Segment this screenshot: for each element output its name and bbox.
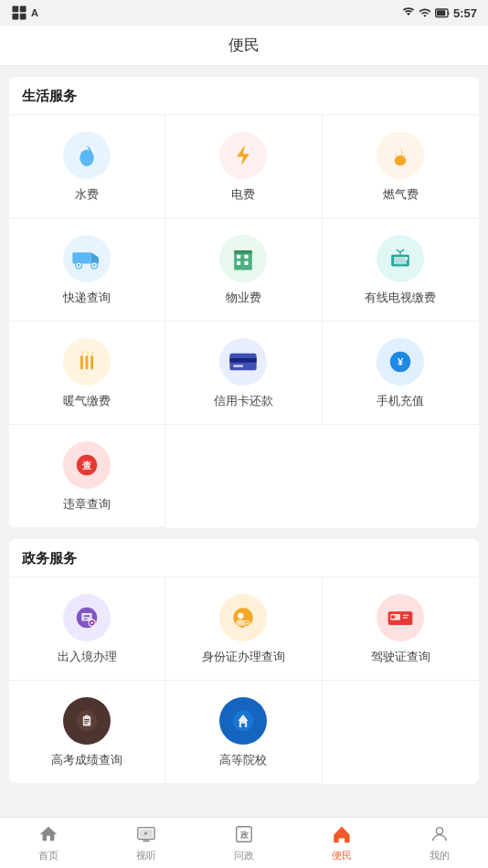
mobile-recharge-item[interactable]: ¥ 手机充值: [323, 322, 479, 425]
express-item[interactable]: 快递查询: [9, 218, 165, 322]
gas-icon-bg: [377, 132, 424, 179]
svg-rect-31: [230, 358, 257, 363]
cable-tv-label: 有线电视缴费: [365, 290, 436, 306]
svg-rect-27: [80, 355, 83, 369]
status-bar: A 5:57: [0, 0, 488, 26]
electricity-item[interactable]: 电费: [165, 115, 322, 218]
svg-rect-67: [143, 840, 150, 842]
life-services-card: 生活服务 水费 电费: [9, 77, 479, 528]
express-label: 快递查询: [63, 290, 111, 306]
gas-label: 燃气费: [383, 186, 419, 203]
svg-point-14: [93, 264, 96, 267]
heating-item[interactable]: 暖气缴费: [9, 322, 165, 425]
top-bar: 便民: [0, 26, 488, 66]
cable-tv-item[interactable]: 有线电视缴费: [323, 218, 479, 322]
svg-rect-40: [84, 619, 88, 619]
nav-mine[interactable]: 我的: [390, 818, 488, 868]
mobile-recharge-label: 手机充值: [377, 393, 424, 409]
svg-rect-28: [86, 355, 89, 369]
svg-rect-54: [403, 617, 408, 618]
violation-icon-bg: 查: [63, 441, 111, 489]
svg-point-6: [80, 150, 93, 166]
id-card-item[interactable]: 身份证办理查询: [165, 577, 322, 681]
gas-item[interactable]: 燃气费: [323, 115, 479, 218]
svg-rect-15: [235, 252, 253, 270]
svg-point-13: [78, 264, 80, 267]
nav-convenience[interactable]: 便民: [292, 818, 390, 868]
border-item[interactable]: 出入境办理: [9, 577, 165, 681]
property-icon-bg: [219, 235, 267, 282]
water-icon-bg: [63, 132, 111, 179]
svg-rect-20: [235, 250, 253, 254]
driving-icon-bg: [377, 594, 424, 641]
electricity-icon-bg: [219, 132, 267, 179]
svg-point-52: [391, 615, 395, 619]
home-icon: [38, 824, 58, 847]
status-time: 5:57: [453, 6, 477, 20]
svg-rect-39: [84, 615, 90, 617]
main-content: 生活服务 水费 电费: [0, 66, 488, 817]
gaokao-label: 高考成绩查询: [51, 752, 122, 768]
water-label: 水费: [75, 186, 99, 203]
nav-home-label: 首页: [38, 849, 58, 863]
driving-item[interactable]: 驾驶证查询: [323, 577, 479, 681]
svg-rect-9: [73, 252, 91, 263]
svg-rect-22: [394, 257, 407, 264]
cable-tv-icon-bg: [377, 235, 424, 282]
driving-label: 驾驶证查询: [371, 649, 430, 665]
gov-services-card: 政务服务 出入境办理: [9, 539, 479, 784]
university-item[interactable]: 高等院校: [165, 681, 322, 784]
credit-card-item[interactable]: 信用卡还款: [165, 322, 322, 425]
property-item[interactable]: 物业费: [165, 218, 322, 322]
mobile-recharge-icon-bg: ¥: [377, 338, 424, 386]
electricity-label: 电费: [231, 186, 255, 203]
svg-point-70: [436, 827, 442, 833]
svg-rect-1: [20, 6, 27, 13]
svg-point-23: [406, 258, 408, 260]
svg-rect-16: [237, 255, 240, 259]
svg-rect-19: [245, 261, 249, 265]
svg-point-45: [238, 613, 244, 619]
university-label: 高等院校: [219, 752, 267, 768]
life-services-grid: 水费 电费 燃气费: [9, 114, 479, 528]
nav-mine-label: 我的: [430, 849, 450, 863]
mine-icon: [430, 824, 450, 847]
express-icon-bg: [63, 235, 111, 282]
nav-home[interactable]: 首页: [0, 818, 98, 868]
status-left: A: [11, 5, 38, 21]
svg-rect-3: [20, 14, 27, 20]
gaokao-item[interactable]: 高考成绩查询: [9, 681, 165, 784]
nav-media-label: 视听: [136, 849, 156, 863]
id-card-icon-bg: [219, 594, 267, 641]
violation-item[interactable]: 查 违章查询: [9, 425, 165, 528]
gov-icon: 政: [234, 824, 254, 847]
nav-convenience-label: 便民: [332, 849, 352, 863]
nav-gov[interactable]: 政 问政: [196, 818, 293, 868]
media-icon: [136, 824, 156, 847]
svg-rect-32: [234, 365, 244, 367]
id-card-label: 身份证办理查询: [202, 649, 285, 665]
convenience-icon: [332, 824, 352, 847]
svg-text:政: 政: [239, 830, 249, 839]
water-item[interactable]: 水费: [9, 115, 165, 218]
svg-text:查: 查: [82, 460, 91, 471]
life-services-title: 生活服务: [9, 88, 479, 114]
heating-icon-bg: [63, 338, 111, 386]
svg-rect-17: [245, 255, 249, 259]
svg-line-25: [397, 249, 400, 252]
gaokao-icon-bg: [63, 697, 111, 745]
heating-label: 暖气缴费: [63, 393, 111, 409]
property-label: 物业费: [226, 290, 261, 306]
page-title: 便民: [228, 35, 260, 56]
bottom-nav: 首页 视听 政 问政 便民 我的: [0, 817, 488, 868]
svg-line-26: [400, 249, 404, 252]
nav-media[interactable]: 视听: [98, 818, 196, 868]
nav-gov-label: 问政: [234, 849, 254, 863]
gov-services-title: 政务服务: [9, 550, 479, 577]
svg-rect-18: [237, 261, 240, 265]
svg-rect-63: [241, 724, 245, 727]
svg-marker-7: [237, 145, 249, 165]
gov-services-grid: 出入境办理 身份证办理查询: [9, 577, 479, 784]
svg-rect-5: [437, 10, 445, 16]
university-icon-bg: [219, 697, 267, 745]
